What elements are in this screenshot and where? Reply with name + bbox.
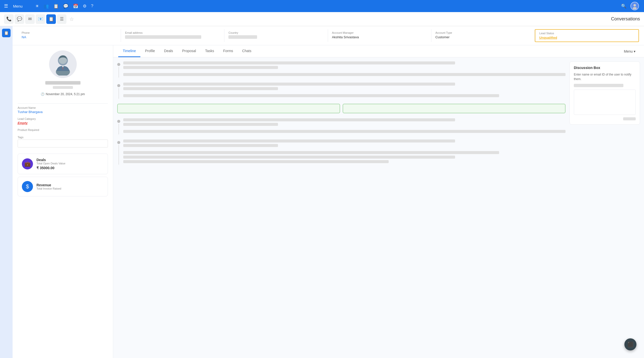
tab-tasks[interactable]: Tasks xyxy=(200,45,219,57)
placeholder xyxy=(123,144,278,147)
contacts-icon[interactable]: 👥 xyxy=(44,4,49,9)
tab-deals[interactable]: Deals xyxy=(159,45,178,57)
calendar-icon[interactable]: 📅 xyxy=(73,4,78,9)
timeline-dot xyxy=(117,141,120,144)
placeholder xyxy=(123,160,389,163)
revenue-icon: $ xyxy=(22,181,33,192)
fab-button[interactable]: ⬛ xyxy=(624,338,636,350)
settings-icon[interactable]: ⚙ xyxy=(83,4,87,9)
timeline-line xyxy=(118,67,119,78)
placeholder xyxy=(123,151,499,154)
phone-value[interactable]: NA xyxy=(22,35,117,39)
phone-toolbar-btn[interactable]: 📞 xyxy=(4,14,14,24)
tab-proposal[interactable]: Proposal xyxy=(178,45,200,57)
whatsapp-toolbar-btn[interactable]: 💬 xyxy=(15,14,24,24)
calendar-toolbar-btn[interactable]: 📋 xyxy=(46,14,56,24)
profile-sub-placeholder xyxy=(53,86,73,89)
lead-category-value[interactable]: Empty xyxy=(18,121,108,125)
account-name-value[interactable]: Tushar Bhargava xyxy=(18,110,108,114)
top-navigation: ☰ Menu ☀ 👥 📋 💬 📅 ⚙ ? 🔍 xyxy=(0,0,644,12)
notes-icon[interactable]: 📋 xyxy=(53,4,59,9)
help-icon[interactable]: ? xyxy=(91,4,93,9)
placeholder xyxy=(123,73,566,76)
timeline-dot xyxy=(117,84,120,87)
account-manager-field: Account Manager Akshita Srivastava xyxy=(328,29,431,42)
star-btn[interactable]: ☆ xyxy=(69,16,74,22)
toolbar-icons: 📞 💬 ✉ 📧 📋 ☰ ☆ xyxy=(4,14,74,24)
tab-forms[interactable]: Forms xyxy=(219,45,238,57)
lead-status-value[interactable]: Unqualified xyxy=(539,36,634,40)
tab-timeline[interactable]: Timeline xyxy=(118,45,140,57)
timeline-area xyxy=(117,61,566,354)
lead-category-field: Lead Category Empty xyxy=(18,117,108,125)
email-label: Email address xyxy=(125,31,220,34)
tags-field: Tags xyxy=(18,136,108,148)
discussion-submit-placeholder xyxy=(623,117,636,120)
timeline-item xyxy=(117,83,566,99)
chat-icon[interactable]: 💬 xyxy=(63,4,68,9)
product-required-field: Product Required xyxy=(18,128,108,132)
account-name-label: Account Name xyxy=(18,106,108,109)
country-field: Country xyxy=(224,29,328,42)
profile-date: 🕐 November 20, 2024, 5:21 pm xyxy=(41,92,85,96)
tabs-menu-btn[interactable]: Menu ▾ xyxy=(620,48,639,55)
message-toolbar-btn[interactable]: ✉ xyxy=(25,14,35,24)
tab-profile[interactable]: Profile xyxy=(140,45,159,57)
timeline-content xyxy=(123,61,566,78)
tags-label: Tags xyxy=(18,136,108,139)
lead-category-label: Lead Category xyxy=(18,117,108,120)
input-area xyxy=(117,104,566,113)
account-manager-label: Account Manager xyxy=(332,31,427,34)
input-btn-1[interactable] xyxy=(117,104,340,113)
user-avatar[interactable] xyxy=(630,2,639,10)
toolbar: 📞 💬 ✉ 📧 📋 ☰ ☆ Conversations xyxy=(0,12,644,26)
discussion-textarea[interactable] xyxy=(574,90,636,115)
left-strip-icon[interactable]: 📋 xyxy=(2,29,11,37)
timeline-line xyxy=(118,124,119,134)
timeline-content xyxy=(123,139,566,165)
lead-status-field: Lead Status Unqualified xyxy=(535,29,639,42)
account-type-label: Account Type xyxy=(435,31,531,34)
account-type-value: Customer xyxy=(435,35,531,39)
input-btn-2[interactable] xyxy=(343,104,566,113)
deals-info: Deals Total Open Deals Value ₹ 35000.00 xyxy=(36,158,104,170)
timeline-dot-col xyxy=(117,139,120,165)
nav-icons: ☀ 👥 📋 💬 📅 ⚙ ? xyxy=(35,4,93,9)
timeline-line xyxy=(118,88,119,99)
placeholder xyxy=(123,156,455,159)
placeholder xyxy=(123,118,455,121)
country-label: Country xyxy=(228,31,324,34)
list-toolbar-btn[interactable]: ☰ xyxy=(57,14,66,24)
account-type-field: Account Type Customer xyxy=(431,29,535,42)
timeline-line xyxy=(118,145,119,165)
sun-icon[interactable]: ☀ xyxy=(35,4,39,9)
discussion-desc: Enter name or email ID of the user to no… xyxy=(574,72,636,81)
timeline-item xyxy=(117,61,566,78)
placeholder xyxy=(123,130,566,133)
placeholder xyxy=(123,123,278,126)
left-panel: 🕐 November 20, 2024, 5:21 pm Account Nam… xyxy=(13,45,113,358)
placeholder xyxy=(123,83,455,86)
email-toolbar-btn[interactable]: 📧 xyxy=(36,14,45,24)
revenue-title: Revenue xyxy=(36,183,104,187)
timeline-content xyxy=(123,83,566,99)
discussion-title: Discussion Box xyxy=(574,66,636,70)
deals-card: 💼 Deals Total Open Deals Value ₹ 35000.0… xyxy=(18,154,108,174)
main-layout: 📋 Phone NA Email address Country Account… xyxy=(0,26,644,358)
revenue-info: Revenue Total Invoice Raised xyxy=(36,183,104,190)
tags-input[interactable] xyxy=(18,139,108,148)
account-manager-value: Akshita Srivastava xyxy=(332,35,427,39)
placeholder xyxy=(123,87,278,90)
left-strip: 📋 xyxy=(0,26,13,358)
deals-title: Deals xyxy=(36,158,104,162)
tabs-bar: Timeline Profile Deals Proposal Tasks Fo… xyxy=(113,45,644,57)
email-field: Email address xyxy=(121,29,224,42)
body-split: 🕐 November 20, 2024, 5:21 pm Account Nam… xyxy=(13,45,644,358)
timeline-dot-col xyxy=(117,118,120,134)
tab-chats[interactable]: Chats xyxy=(238,45,256,57)
hamburger-icon[interactable]: ☰ xyxy=(4,3,8,9)
search-icon[interactable]: 🔍 xyxy=(621,4,626,9)
discussion-box: Discussion Box Enter name or email ID of… xyxy=(570,61,640,125)
svg-point-1 xyxy=(633,7,637,9)
timeline-dot xyxy=(117,120,120,123)
